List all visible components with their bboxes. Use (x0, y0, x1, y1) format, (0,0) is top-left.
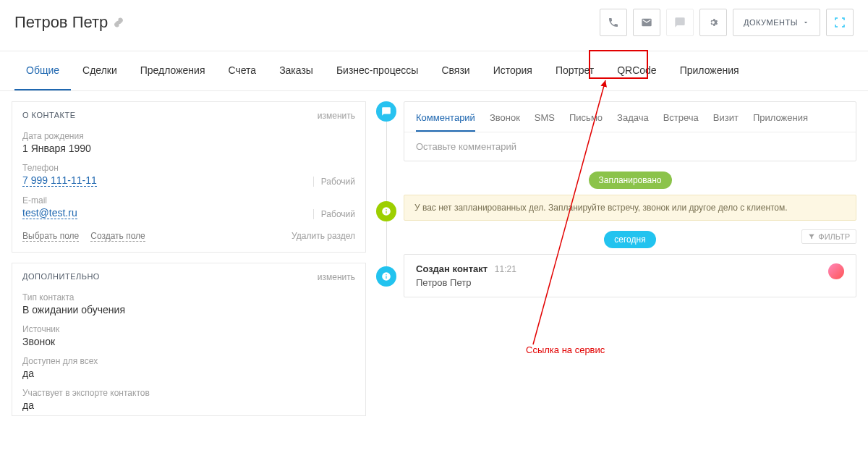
header-actions: ДОКУМЕНТЫ (600, 9, 854, 36)
tab-offers[interactable]: Предложения (129, 51, 217, 90)
phone-type: Рабочий (313, 177, 355, 187)
documents-button[interactable]: ДОКУМЕНТЫ (733, 9, 820, 36)
avail-value: да (22, 368, 355, 379)
created-name: Петров Петр (416, 277, 516, 288)
source-label: Источник (22, 324, 355, 334)
dob-value: 1 Января 1990 (22, 143, 355, 154)
ctab-meeting[interactable]: Встреча (663, 102, 699, 132)
additional-panel: ДОПОЛНИТЕЛЬНО изменить Тип контакта В ож… (12, 263, 366, 416)
mail-icon[interactable] (633, 9, 660, 36)
main-content: О КОНТАКТЕ изменить Дата рождения 1 Янва… (0, 91, 868, 426)
main-tabs: Общие Сделки Предложения Счета Заказы Би… (0, 51, 868, 91)
comment-tabs: Комментарий Звонок SMS Письмо Задача Вст… (404, 102, 856, 132)
additional-panel-title: ДОПОЛНИТЕЛЬНО (22, 272, 100, 282)
tab-apps[interactable]: Приложения (668, 51, 751, 90)
gear-icon[interactable] (699, 9, 727, 36)
ctab-task[interactable]: Задача (617, 102, 649, 132)
tab-processes[interactable]: Бизнес-процессы (325, 51, 430, 90)
ctab-comment[interactable]: Комментарий (416, 102, 475, 132)
avail-label: Доступен для всех (22, 356, 355, 366)
filter-label: ФИЛЬТР (818, 232, 850, 241)
funnel-icon (808, 233, 815, 240)
ctab-call[interactable]: Звонок (490, 102, 520, 132)
additional-edit-link[interactable]: изменить (318, 272, 355, 282)
timeline: Комментарий Звонок SMS Письмо Задача Вст… (376, 101, 856, 297)
email-label: E-mail (22, 195, 355, 206)
planned-badge-row: Запланировано (404, 161, 856, 195)
today-badge-row: сегодня ФИЛЬТР (404, 221, 856, 254)
chat-icon[interactable] (666, 9, 694, 36)
phone-label: Телефон (22, 163, 355, 173)
today-badge: сегодня (604, 231, 655, 248)
timeline-content: Комментарий Звонок SMS Письмо Задача Вст… (404, 101, 856, 297)
comment-input[interactable]: Оставьте комментарий (404, 132, 856, 161)
type-value: В ожидании обучения (22, 304, 355, 316)
phone-value[interactable]: 7 999 111-11-11 (22, 174, 97, 187)
call-icon[interactable] (600, 9, 627, 36)
contact-panel: О КОНТАКТЕ изменить Дата рождения 1 Янва… (12, 101, 366, 253)
event-marker-icon (376, 266, 396, 287)
tab-deals[interactable]: Сделки (71, 51, 129, 90)
tab-orders[interactable]: Заказы (268, 51, 325, 90)
tab-links[interactable]: Связи (430, 51, 481, 90)
type-label: Тип контакта (22, 292, 355, 302)
dob-label: Дата рождения (22, 131, 355, 141)
expand-icon[interactable] (826, 9, 854, 36)
page-title: Петров Петр (14, 13, 124, 32)
export-value: да (22, 399, 355, 411)
filter-button[interactable]: ФИЛЬТР (801, 229, 856, 244)
tab-history[interactable]: История (482, 51, 544, 90)
select-field-link[interactable]: Выбрать поле (22, 231, 79, 242)
create-field-link[interactable]: Создать поле (90, 231, 145, 242)
ctab-sms[interactable]: SMS (535, 102, 555, 132)
created-time: 11:21 (495, 264, 516, 274)
chevron-down-icon (802, 19, 809, 26)
tab-portrait[interactable]: Портрет (544, 51, 605, 90)
ctab-apps[interactable]: Приложения (753, 102, 808, 132)
comment-marker-icon (376, 101, 396, 122)
contact-name: Петров Петр (14, 13, 108, 32)
info-marker-icon (376, 201, 396, 221)
avatar[interactable] (828, 263, 844, 279)
timeline-markers (376, 101, 396, 297)
tab-general[interactable]: Общие (14, 51, 71, 90)
comment-box: Комментарий Звонок SMS Письмо Задача Вст… (404, 101, 856, 161)
tab-invoices[interactable]: Счета (217, 51, 268, 90)
details-sidebar: О КОНТАКТЕ изменить Дата рождения 1 Янва… (12, 101, 366, 416)
ctab-visit[interactable]: Визит (713, 102, 739, 132)
tab-qrcode[interactable]: QRCode (605, 51, 668, 90)
no-plans-block: У вас нет запланированных дел. Запланиру… (404, 195, 856, 221)
created-title: Создан контакт (416, 263, 488, 274)
source-value: Звонок (22, 336, 355, 347)
contact-edit-link[interactable]: изменить (318, 111, 355, 121)
email-type: Рабочий (313, 209, 355, 219)
delete-section-link[interactable]: Удалить раздел (292, 231, 355, 242)
page-header: Петров Петр ДОКУМЕНТЫ (0, 0, 868, 51)
documents-label: ДОКУМЕНТЫ (744, 18, 798, 27)
created-card: Создан контакт 11:21 Петров Петр (404, 254, 856, 297)
email-value[interactable]: test@test.ru (22, 207, 77, 219)
planned-badge: Запланировано (589, 172, 672, 189)
ctab-mail[interactable]: Письмо (569, 102, 603, 132)
link-icon[interactable] (114, 17, 124, 27)
export-label: Участвует в экспорте контактов (22, 388, 355, 398)
contact-panel-title: О КОНТАКТЕ (22, 111, 76, 121)
